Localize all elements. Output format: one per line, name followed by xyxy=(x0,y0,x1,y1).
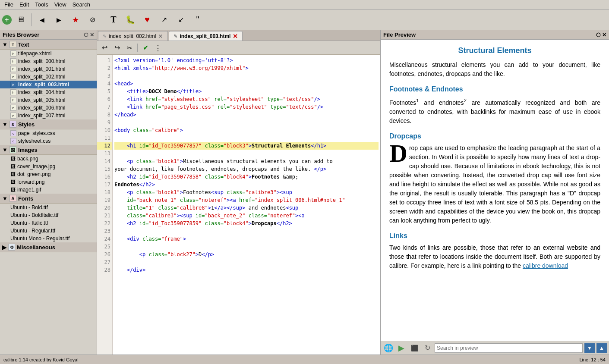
file-preview-header: File Preview ⬡ ✕ xyxy=(381,30,609,40)
arrow-right-button[interactable]: ↗ xyxy=(156,12,172,28)
fb-item-image1[interactable]: 🖼 image1.gif xyxy=(0,186,97,194)
file-icon: h xyxy=(10,97,16,103)
fonts-icon: A xyxy=(9,195,16,202)
code-line-3 xyxy=(114,72,379,80)
misc-icon: ⚙ xyxy=(8,244,15,251)
code-line-26: <p class="block27">D</p> xyxy=(114,251,379,258)
fb-section-fonts-header[interactable]: ▼ A Fonts xyxy=(0,194,97,204)
preview-h2-links: Links xyxy=(389,232,600,240)
clear-button[interactable]: ⊘ xyxy=(85,12,100,28)
fb-item-stylesheet[interactable]: c stylesheet.css xyxy=(0,137,97,145)
back-button[interactable]: ◀ xyxy=(34,12,50,28)
fb-item-titlepage[interactable]: h titlepage.xhtml xyxy=(0,50,97,57)
tab-close-split002[interactable]: ✕ xyxy=(158,33,163,39)
fp-play-button[interactable]: ▶ xyxy=(396,343,407,353)
tab-close-split003[interactable]: ✕ xyxy=(233,33,238,39)
fb-item-split007[interactable]: h index_split_007.html xyxy=(0,112,97,119)
quote-button[interactable]: " xyxy=(190,12,205,28)
fp-close-icon[interactable]: ✕ xyxy=(602,32,606,38)
ln-11: 11 xyxy=(97,134,112,142)
text-button[interactable]: T xyxy=(106,12,121,28)
code-editor[interactable]: 1 2 3 4 5 6 7 8 9 10 11 12 13 14 15 16 1… xyxy=(97,55,380,355)
fb-item-forward[interactable]: 🖼 forward.png xyxy=(0,178,97,186)
file-icon: h xyxy=(10,50,16,56)
fb-item-split001[interactable]: h index_split_001.html xyxy=(0,65,97,73)
fb-item-split000[interactable]: h index_split_000.html xyxy=(0,57,97,65)
fb-section-text-header[interactable]: ▼ T Text xyxy=(0,40,97,50)
bookmark-button[interactable]: ★ xyxy=(68,12,83,28)
fb-item-dot-green[interactable]: 🖼 dot_green.png xyxy=(0,170,97,178)
fp-reload-button[interactable]: ↻ xyxy=(422,343,433,353)
ln-25: 25 xyxy=(97,243,112,251)
code-line-20: title="1" class="calibre8">1</a></sup> a… xyxy=(114,204,379,212)
fb-section-misc-arrow: ▶ xyxy=(2,244,6,251)
fb-item-split006[interactable]: h index_split_006.html xyxy=(0,104,97,112)
ln-10: 10 xyxy=(97,126,112,134)
calibre-download-link[interactable]: calibre download xyxy=(523,262,568,269)
code-line-5: <title>DOCX Demo</title> xyxy=(114,88,379,95)
add-button[interactable]: + xyxy=(2,15,12,25)
fb-section-styles-arrow: ▼ xyxy=(2,121,8,128)
fb-item-ubuntu-bold[interactable]: Ubuntu - Bold.ttf xyxy=(0,204,97,211)
code-line-28: </div> xyxy=(114,266,379,274)
menu-tools[interactable]: Tools xyxy=(32,0,50,9)
toolbar-separator-1 xyxy=(31,13,32,26)
menu-edit[interactable]: Edit xyxy=(17,0,32,9)
preview-heading: Structural Elements xyxy=(389,46,600,55)
files-browser-header: Files Browser ⬡ ✕ xyxy=(0,30,97,40)
fb-item-split004[interactable]: h index_split_004.html xyxy=(0,88,97,96)
fb-detach-icon[interactable]: ⬡ xyxy=(84,32,88,38)
dropcap-d: D xyxy=(389,144,407,163)
menu-view[interactable]: View xyxy=(52,0,69,9)
search-preview-down[interactable]: ▼ xyxy=(584,343,595,353)
bug-button[interactable]: 🐛 xyxy=(123,12,138,28)
ln-19: 19 xyxy=(97,196,112,204)
editor-tabs: ✎ index_split_002.html ✕ ✎ index_split_0… xyxy=(97,30,380,41)
image-icon: 🖼 xyxy=(10,171,16,177)
code-line-13 xyxy=(114,150,379,157)
fb-item-cover-image[interactable]: 🖼 cover_image.jpg xyxy=(0,163,97,170)
ln-2: 2 xyxy=(97,64,112,72)
menu-file[interactable]: File xyxy=(2,0,16,9)
code-line-9 xyxy=(114,119,379,126)
fb-section-misc-header[interactable]: ▶ ⚙ Miscellaneous xyxy=(0,242,97,252)
fp-detach-icon[interactable]: ⬡ xyxy=(596,32,600,38)
files-browser-title: Files Browser xyxy=(3,31,39,38)
tab-split003[interactable]: ✎ index_split_003.html ✕ xyxy=(169,31,243,41)
menu-search[interactable]: Search xyxy=(70,0,93,9)
ln-14: 14 xyxy=(97,157,112,165)
heart-button[interactable]: ♥ xyxy=(139,12,155,28)
commit-button[interactable]: ✔ xyxy=(140,43,151,53)
tab-split002[interactable]: ✎ index_split_002.html ✕ xyxy=(98,31,168,41)
fb-item-ubuntu-italic[interactable]: Ubuntu - Italic.ttf xyxy=(0,219,97,227)
fb-section-styles-header[interactable]: ▼ S Styles xyxy=(0,119,97,129)
fb-section-images-label: Images xyxy=(18,147,38,153)
fb-item-split003[interactable]: h index_split_003.html xyxy=(0,81,97,88)
fb-item-ubuntu-mono[interactable]: Ubuntu Mono - Regular.ttf xyxy=(0,235,97,242)
fb-item-split002[interactable]: h index_split_002.html xyxy=(0,73,97,81)
fp-back-button[interactable]: 🌐 xyxy=(383,343,394,353)
fb-item-ubuntu-bolditalic[interactable]: Ubuntu - BoldItalic.ttf xyxy=(0,211,97,219)
redo-button[interactable]: ↪ xyxy=(111,43,123,53)
fb-item-page-styles[interactable]: c page_styles.css xyxy=(0,129,97,137)
code-line-7: <link href="page_styles.css" rel="styles… xyxy=(114,103,379,111)
fb-section-images-header[interactable]: ▼ 🖼 Images xyxy=(0,145,97,155)
cut-button[interactable]: ✂ xyxy=(124,43,135,53)
library-button[interactable]: 🖥 xyxy=(13,12,28,28)
fb-close-icon[interactable]: ✕ xyxy=(90,32,94,38)
search-preview-input[interactable] xyxy=(435,343,583,353)
editor-area: ✎ index_split_002.html ✕ ✎ index_split_0… xyxy=(97,30,380,355)
code-content[interactable]: <?xml version='1.0' encoding='utf-8'?> <… xyxy=(113,55,380,355)
more-button[interactable]: ⋮ xyxy=(152,43,164,53)
fb-item-back-png[interactable]: 🖼 back.png xyxy=(0,155,97,163)
undo-button[interactable]: ↩ xyxy=(99,43,110,53)
fp-stop-button[interactable]: ⬛ xyxy=(409,343,420,353)
search-preview-up[interactable]: ▲ xyxy=(596,343,607,353)
forward-button[interactable]: ▶ xyxy=(51,12,66,28)
arrow-left-button[interactable]: ↙ xyxy=(173,12,189,28)
ln-18: 18 xyxy=(97,188,112,196)
fb-item-ubuntu-regular[interactable]: Ubuntu - Regular.ttf xyxy=(0,227,97,235)
code-line-19: id="back_note_1" class="noteref"><a href… xyxy=(114,196,379,204)
code-line-6: <link href="stylesheet.css" rel="stylesh… xyxy=(114,95,379,103)
fb-item-split005[interactable]: h index_split_005.html xyxy=(0,96,97,104)
